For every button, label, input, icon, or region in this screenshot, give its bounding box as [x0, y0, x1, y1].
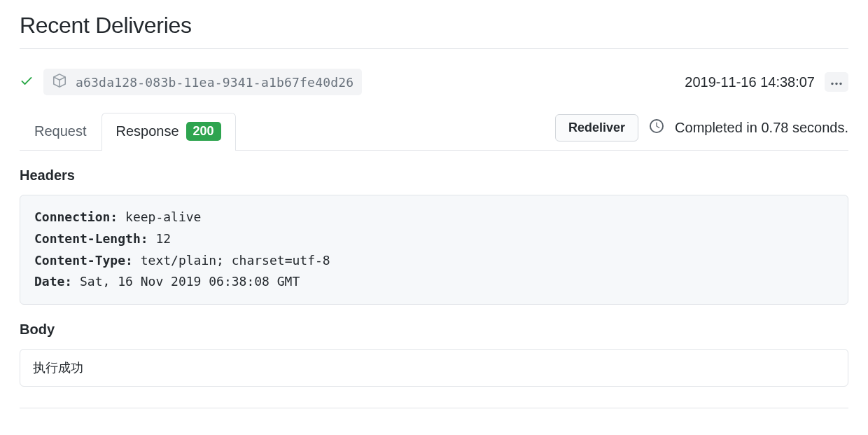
svg-point-0	[831, 82, 833, 84]
svg-point-2	[839, 82, 841, 84]
kebab-icon	[831, 77, 842, 88]
tab-label: Request	[34, 123, 87, 139]
package-icon	[52, 73, 67, 91]
tab-bar: Request Response 200 Redeliver Completed…	[20, 112, 848, 151]
more-button[interactable]	[825, 72, 848, 92]
delivery-id: a63da128-083b-11ea-9341-a1b67fe40d26	[76, 75, 354, 90]
body-box: 执行成功	[20, 349, 848, 387]
divider	[20, 408, 848, 408]
tab-actions: Redeliver Completed in 0.78 seconds.	[555, 114, 848, 149]
delivery-timestamp: 2019-11-16 14:38:07	[685, 74, 815, 90]
svg-point-1	[835, 82, 837, 84]
body-heading: Body	[20, 322, 848, 338]
redeliver-button[interactable]: Redeliver	[555, 114, 638, 141]
check-icon	[20, 74, 34, 90]
headers-heading: Headers	[20, 167, 848, 184]
clock-icon	[650, 119, 664, 136]
page-title: Recent Deliveries	[20, 0, 848, 49]
tab-response[interactable]: Response 200	[102, 113, 236, 151]
delivery-row: a63da128-083b-11ea-9341-a1b67fe40d26 201…	[20, 49, 848, 108]
status-badge: 200	[186, 122, 221, 141]
headers-box: Connection: keep-alive Content-Length: 1…	[20, 195, 848, 304]
completed-text: Completed in 0.78 seconds.	[675, 120, 848, 136]
delivery-meta: 2019-11-16 14:38:07	[685, 72, 848, 92]
tab-request[interactable]: Request	[20, 114, 102, 149]
delivery-pill[interactable]: a63da128-083b-11ea-9341-a1b67fe40d26	[43, 69, 362, 95]
tab-label: Response	[116, 123, 179, 139]
